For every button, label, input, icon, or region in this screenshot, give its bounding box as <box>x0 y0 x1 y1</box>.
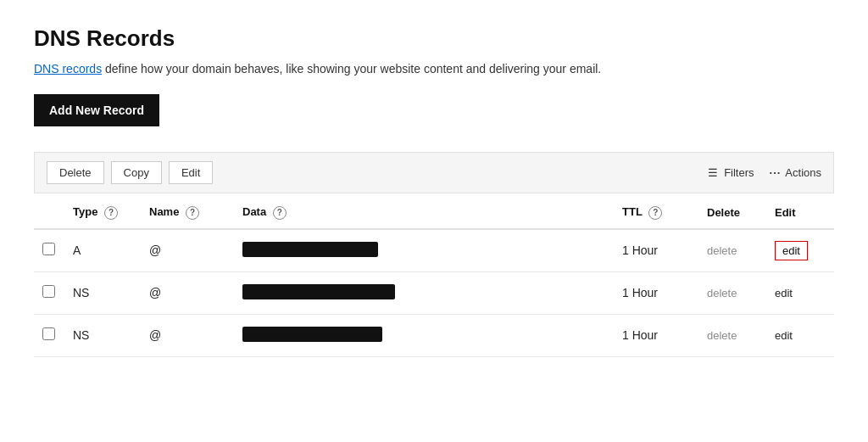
table-row: A @ 1 Hour delete edit <box>34 229 834 272</box>
row-ttl: 1 Hour <box>614 229 698 272</box>
redacted-data <box>242 242 378 257</box>
edit-link[interactable]: edit <box>775 329 793 342</box>
edit-link[interactable]: edit <box>775 241 808 260</box>
ttl-help-icon[interactable]: ? <box>648 206 662 220</box>
row-type: NS <box>64 271 141 314</box>
page-description: DNS records define how your domain behav… <box>34 62 834 76</box>
dns-records-link[interactable]: DNS records <box>34 62 102 76</box>
row-delete-cell: delete <box>698 314 766 356</box>
add-record-button[interactable]: Add New Record <box>34 94 159 126</box>
row-checkbox-cell <box>34 314 64 356</box>
header-type: Type ? <box>64 193 141 229</box>
row-delete-cell: delete <box>698 229 766 272</box>
table-header-row: Type ? Name ? Data ? TTL ? Delete Edit <box>34 193 834 229</box>
toolbar-left: Delete Copy Edit <box>47 161 213 184</box>
row-data <box>234 314 614 356</box>
row-name: @ <box>141 229 234 272</box>
header-ttl: TTL ? <box>614 193 698 229</box>
ellipsis-icon: ··· <box>770 166 782 179</box>
header-edit: Edit <box>766 193 834 229</box>
row-edit-cell: edit <box>766 271 834 314</box>
table-row: NS @ 1 Hour delete edit <box>34 271 834 314</box>
header-data: Data ? <box>234 193 614 229</box>
row-name: @ <box>141 271 234 314</box>
toolbar: Delete Copy Edit ☰ Filters ··· Actions <box>34 152 834 193</box>
redacted-data <box>242 327 382 342</box>
data-help-icon[interactable]: ? <box>273 206 287 220</box>
row-edit-cell: edit <box>766 229 834 272</box>
delete-link[interactable]: delete <box>707 244 737 257</box>
delete-link[interactable]: delete <box>707 329 737 342</box>
copy-toolbar-button[interactable]: Copy <box>111 161 162 184</box>
edit-link[interactable]: edit <box>775 287 793 299</box>
filter-icon: ☰ <box>708 166 718 179</box>
header-checkbox <box>34 193 64 229</box>
table-row: NS @ 1 Hour delete edit <box>34 314 834 356</box>
row-data <box>234 271 614 314</box>
toolbar-right: ☰ Filters ··· Actions <box>708 166 821 179</box>
name-help-icon[interactable]: ? <box>186 206 199 220</box>
row-name: @ <box>141 314 234 356</box>
row-checkbox[interactable] <box>42 285 55 298</box>
page-title: DNS Records <box>34 25 834 52</box>
dns-records-table: Type ? Name ? Data ? TTL ? Delete Edit A… <box>34 193 834 357</box>
type-help-icon[interactable]: ? <box>104 206 118 220</box>
delete-link[interactable]: delete <box>707 287 737 299</box>
row-checkbox[interactable] <box>42 327 55 340</box>
row-ttl: 1 Hour <box>614 314 698 356</box>
row-delete-cell: delete <box>698 271 766 314</box>
edit-toolbar-button[interactable]: Edit <box>169 161 213 184</box>
redacted-data <box>242 284 395 299</box>
row-data <box>234 229 614 272</box>
actions-button[interactable]: ··· Actions <box>770 166 821 179</box>
delete-toolbar-button[interactable]: Delete <box>47 161 104 184</box>
header-delete: Delete <box>698 193 766 229</box>
row-edit-cell: edit <box>766 314 834 356</box>
row-type: NS <box>64 314 141 356</box>
header-name: Name ? <box>141 193 234 229</box>
row-checkbox-cell <box>34 229 64 272</box>
row-ttl: 1 Hour <box>614 271 698 314</box>
filters-button[interactable]: ☰ Filters <box>708 166 754 179</box>
row-type: A <box>64 229 141 272</box>
row-checkbox[interactable] <box>42 243 55 255</box>
row-checkbox-cell <box>34 271 64 314</box>
